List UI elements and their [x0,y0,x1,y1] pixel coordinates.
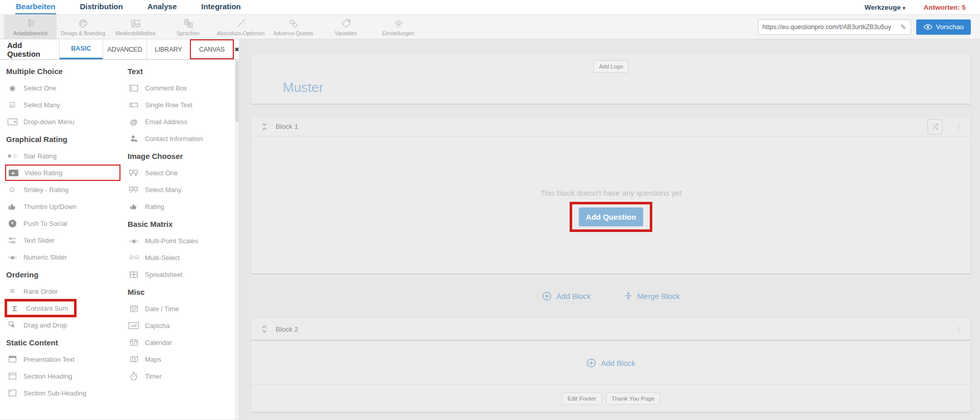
add-question-button[interactable]: Add Question [579,207,643,226]
add-logo-button[interactable]: Add Logo [593,60,628,73]
qtype-section-sub-heading[interactable]: Section Sub-Heading [6,387,122,399]
qtype-label: Text Slider [23,237,55,244]
toolbar-medienbibliothek[interactable]: Medienbibliothek [109,15,162,39]
nav-distribution[interactable]: Distribution [80,0,124,14]
qtype-dropdown-menu[interactable]: ▾ Drop-down Menu [6,116,122,127]
qtype-date-time[interactable]: Date / Time [128,303,232,314]
survey-url-input[interactable] [763,24,897,31]
media-library-icon [130,18,141,29]
comment-box-icon [128,84,140,92]
kebab-menu-icon[interactable]: ⋮ [955,324,963,334]
qtype-image-rating[interactable]: Rating [128,201,232,212]
qtype-video-rating[interactable]: ▶ Video Rating [7,167,119,178]
panel-scrollbar[interactable] [235,60,239,419]
toolbar-arbeitsbereich[interactable]: Arbeitsbereich [4,15,57,39]
nav-analyse[interactable]: Analyse [147,0,178,14]
toolbar-label: Advance-Quotas [273,30,313,36]
qtype-label: Thumbs Up/Down [23,203,77,211]
survey-title[interactable]: Muster [283,80,323,96]
qtype-presentation-text[interactable]: Presentation Text [6,354,122,365]
palette-icon [78,18,89,29]
section-heading: Basic Matrix [128,220,232,228]
qtype-comment-box[interactable]: Comment Box [128,82,232,94]
qtype-label: Rating [145,203,164,211]
toolbar-advance-quotas[interactable]: Advance-Quotas [267,15,320,39]
tab-basic[interactable]: BASIC [59,39,103,59]
qtype-label: Contact Information [145,135,203,143]
qtype-rank-order[interactable]: ≡ Rank Order [6,286,122,297]
qtype-label: Rank Order [23,288,58,295]
qtype-constant-sum[interactable]: Σ Constant Sum [9,302,68,314]
toolbar-design-branding[interactable]: Design & Branding [57,15,109,39]
nav-integration[interactable]: Integration [201,0,241,14]
add-block-link[interactable]: Add Block [542,291,591,301]
plus-circle-icon [586,358,596,368]
qtype-label: Section Sub-Heading [23,389,86,397]
nav-bearbeiten[interactable]: Bearbeiten [15,0,56,14]
scrollbar-thumb[interactable] [235,61,239,122]
toolbar-abschluss-optionen[interactable]: Abschluss-Optionen [214,15,267,39]
qtype-multi-point-scales[interactable]: ○◉○ Multi-Point Scales [128,235,232,246]
tab-canvas[interactable]: CANVAS [190,39,234,59]
qtype-select-one[interactable]: ◉ Select One [6,82,122,94]
qtype-select-many[interactable]: ☑ Select Many [6,99,122,110]
qtype-captcha[interactable]: icB Captcha [128,320,232,331]
tab-advanced[interactable]: ADVANCED [103,39,146,59]
qtype-thumbs-up-down[interactable]: Thumbs Up/Down [6,201,122,212]
preview-button[interactable]: Vorschau [916,19,971,35]
text-box-icon [6,355,18,363]
qtype-image-select-one[interactable]: Select One [128,167,232,178]
rank-list-icon: ≡ [6,287,18,296]
qtype-smiley-rating[interactable]: ☺ Smiley - Rating [6,184,122,195]
share-icon: < [6,220,18,227]
qtype-multi-select[interactable]: ☑○☑ Multi-Select [128,252,232,263]
thank-you-page-button[interactable]: Thank You Page [606,392,660,405]
add-block-link-2[interactable]: Add Block [586,358,635,368]
block-title[interactable]: Block 2 [276,325,298,333]
sigma-icon: Σ [9,304,21,313]
pencil-icon[interactable]: ✎ [897,23,906,31]
block-2-actions: ⋮ [955,324,963,334]
checkbox-list-icon: ☑ [6,101,18,109]
qtype-numeric-slider[interactable]: ○◉○ Numeric Slider [6,251,122,263]
merge-block-link[interactable]: Merge Block [624,291,680,300]
qtype-label: Constant Sum [26,305,68,312]
spreadsheet-icon [128,271,140,278]
panel-tab-bar: Add Question BASIC ADVANCED LIBRARY CANV… [0,39,239,60]
qtype-maps[interactable]: Maps [128,354,232,365]
edit-footer-button[interactable]: Edit Footer [562,392,602,405]
gear-icon [393,18,404,29]
qtype-single-row-text[interactable]: Single Row Text [128,99,232,110]
toolbar-variablen[interactable]: Variablen [320,15,372,39]
toolbar-einstellungen[interactable]: Einstellungen [372,15,425,39]
toolbar-sprachen[interactable]: Sprachen [162,15,214,39]
collapse-block-icon[interactable] [261,123,268,131]
qtype-image-select-many[interactable]: Select Many [128,184,232,195]
qtype-label: Maps [145,356,161,363]
plus-circle-icon [542,291,552,301]
qtype-section-heading[interactable]: Section Heading [6,370,122,382]
kebab-menu-icon[interactable]: ⋮ [955,122,963,131]
qtype-drag-and-drop[interactable]: Drag and Drop [6,319,122,331]
languages-icon [183,18,194,29]
qtype-timer[interactable]: Timer [128,370,232,382]
add-block-row: Add Block [251,341,971,384]
film-icon: ▶ [7,170,19,176]
qtype-text-slider[interactable]: Text Slider [6,235,122,246]
qtype-star-rating[interactable]: ★☆ Star Rating [6,150,122,161]
top-navigation: Bearbeiten Distribution Analyse Integrat… [0,0,980,15]
tab-library[interactable]: LIBRARY [146,39,190,59]
qtype-calendar[interactable]: Calendar [128,337,232,348]
qtype-spreadsheet[interactable]: Spreadsheet [128,269,232,280]
werkzeuge-dropdown[interactable]: Werkzeuge ▾ [865,4,905,11]
qtype-push-to-social[interactable]: < Push To Social [6,218,122,229]
panel-column-1: Multiple Choice ◉ Select One ☑ Select Ma… [6,61,122,414]
close-icon[interactable]: ✖ [234,39,239,59]
qtype-email-address[interactable]: @ Email Address [128,116,232,127]
responses-count[interactable]: Antworten: 5 [924,4,966,11]
block-title[interactable]: Block 1 [276,123,298,130]
randomize-questions-button[interactable] [927,119,943,134]
qtype-contact-information[interactable]: Contact Information [128,133,232,144]
expand-block-icon[interactable] [261,325,268,333]
qtype-label: Date / Time [145,305,179,313]
